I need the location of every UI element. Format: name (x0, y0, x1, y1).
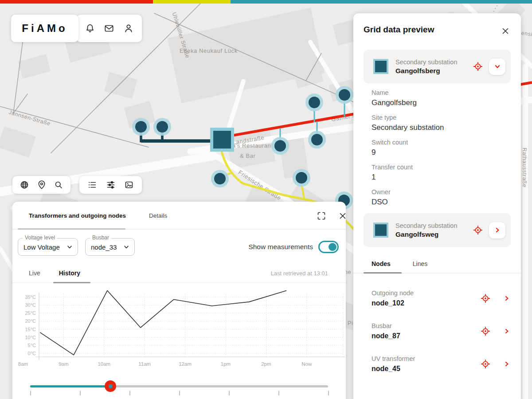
nodes-lines-tabs: Nodes Lines (364, 260, 511, 267)
measurements-panel: Transformers and outgoing nodes Details … (12, 202, 346, 399)
select-value: Low Voltage (23, 243, 66, 251)
field-value: DSO (372, 198, 511, 207)
substation-card-gangolfsberg[interactable]: Secondary substation Gangolfsberg (364, 50, 511, 83)
node-list-item[interactable]: UV transformer node_45 (372, 355, 511, 373)
slider-tick (179, 391, 180, 395)
time-slider[interactable] (30, 381, 328, 399)
slider-tick (30, 391, 31, 395)
subtabs-divider (12, 282, 346, 283)
show-measurements-toggle[interactable] (318, 241, 339, 253)
svg-text:20°C: 20°C (25, 318, 36, 324)
slider-handle[interactable] (105, 380, 116, 392)
locate-target-icon[interactable] (473, 62, 483, 71)
status-topbar (0, 0, 532, 4)
locate-target-icon[interactable] (481, 359, 490, 369)
tab-lines[interactable]: Lines (413, 260, 427, 267)
svg-text:0°C: 0°C (28, 351, 36, 356)
tab-details[interactable]: Details (149, 212, 167, 219)
last-retrieved-text: Last retrieved at 13:01 (271, 270, 328, 277)
substation-marker[interactable] (212, 129, 233, 150)
locate-target-icon[interactable] (481, 326, 490, 336)
substation-type: Secondary substation (395, 59, 473, 66)
substation-card-gangolfsweg[interactable]: Secondary substation Gangolfsweg (364, 213, 511, 247)
map-node-marker[interactable] (305, 94, 323, 111)
app-root: Edeka Neukauf Lückpa's Restaurant& BarGa… (0, 0, 532, 399)
svg-text:10am: 10am (98, 361, 110, 367)
chevron-down-icon (123, 243, 130, 250)
field-value: Secondary substation (372, 123, 511, 132)
slider-tick (80, 391, 81, 395)
field-site-type: Site type Secondary substation (372, 114, 511, 132)
svg-text:11am: 11am (138, 361, 151, 367)
svg-text:35°C: 35°C (25, 294, 36, 300)
map-node-marker[interactable] (293, 169, 310, 187)
node-type: Outgoing node (372, 289, 481, 297)
node-list-item[interactable]: Outgoing node node_102 (372, 289, 511, 307)
substation-icon (373, 59, 388, 74)
panel-tabs: Transformers and outgoing nodes Details (29, 212, 167, 219)
close-panel-icon[interactable] (337, 211, 348, 221)
svg-text:10°C: 10°C (25, 335, 36, 340)
busbar-select[interactable]: Busbar node_33 (85, 238, 135, 256)
map-toolbar-left (12, 176, 70, 194)
select-label: Voltage level (23, 235, 57, 241)
substation-fields: Name Gangolfsberg Site type Secondary su… (364, 89, 511, 207)
tab-transformers-and-outgoing-nodes[interactable]: Transformers and outgoing nodes (29, 212, 126, 219)
show-measurements-label: Show measurements (248, 243, 313, 251)
svg-text:1pm: 1pm (221, 361, 231, 367)
tab-live[interactable]: Live (29, 270, 40, 277)
svg-text:2pm: 2pm (261, 361, 271, 367)
close-preview-icon[interactable] (500, 26, 511, 36)
tab-history[interactable]: History (59, 270, 80, 277)
node-name: node_45 (372, 365, 481, 373)
map-node-marker[interactable] (211, 170, 229, 188)
active-tab-underline (18, 228, 125, 230)
svg-text:Now: Now (301, 361, 312, 367)
chevron-right-icon[interactable] (503, 294, 511, 302)
chevron-down-icon (493, 63, 501, 70)
active-tab-underline (364, 272, 402, 274)
field-label: Site type (372, 114, 511, 121)
globe-icon[interactable] (19, 180, 30, 190)
svg-text:30°C: 30°C (25, 302, 36, 308)
svg-text:8am: 8am (18, 361, 28, 367)
active-subtab-underline (53, 282, 90, 283)
location-pin-icon[interactable] (36, 180, 47, 190)
map-node-marker[interactable] (132, 118, 150, 136)
svg-text:15°C: 15°C (25, 327, 36, 332)
field-owner: Owner DSO (372, 188, 511, 207)
slider-tick (328, 391, 329, 395)
expand-fullscreen-icon[interactable] (316, 211, 327, 221)
node-list-item[interactable]: Busbar node_87 (372, 322, 511, 340)
live-history-tabs: Live History Last retrieved at 13:01 (29, 270, 328, 277)
messages-mail-icon[interactable] (103, 23, 115, 34)
chevron-right-icon[interactable] (503, 360, 511, 368)
chevron-right-icon[interactable] (503, 327, 511, 335)
locate-target-icon[interactable] (473, 225, 483, 235)
locate-target-icon[interactable] (481, 293, 490, 303)
chevron-down-icon (66, 243, 73, 250)
map-node-marker[interactable] (271, 137, 289, 155)
notifications-bell-icon[interactable] (84, 23, 96, 34)
collapse-card-button[interactable] (489, 59, 505, 75)
field-transfer-count: Transfer count 1 (372, 164, 511, 182)
header-actions-card (76, 15, 142, 42)
user-profile-icon[interactable] (123, 23, 134, 34)
filter-sliders-icon[interactable] (106, 180, 116, 190)
image-basemap-icon[interactable] (124, 180, 134, 190)
substation-type: Secondary substation (395, 222, 473, 229)
map-node-marker[interactable] (153, 118, 171, 136)
tab-nodes[interactable]: Nodes (372, 260, 391, 267)
svg-text:9am: 9am (59, 361, 68, 367)
tabs-divider (12, 229, 346, 230)
node-list: Outgoing node node_102 Busbar node_87 (364, 289, 511, 373)
chevron-right-icon (493, 226, 501, 234)
voltage-level-select[interactable]: Voltage level Low Voltage (18, 238, 78, 256)
expand-card-button[interactable] (489, 222, 505, 239)
topbar-segment (231, 0, 532, 4)
layers-list-icon[interactable] (87, 180, 98, 190)
slider-tick (229, 391, 230, 395)
map-node-marker[interactable] (308, 131, 326, 149)
search-icon[interactable] (53, 180, 64, 190)
map-node-marker[interactable] (336, 86, 353, 104)
